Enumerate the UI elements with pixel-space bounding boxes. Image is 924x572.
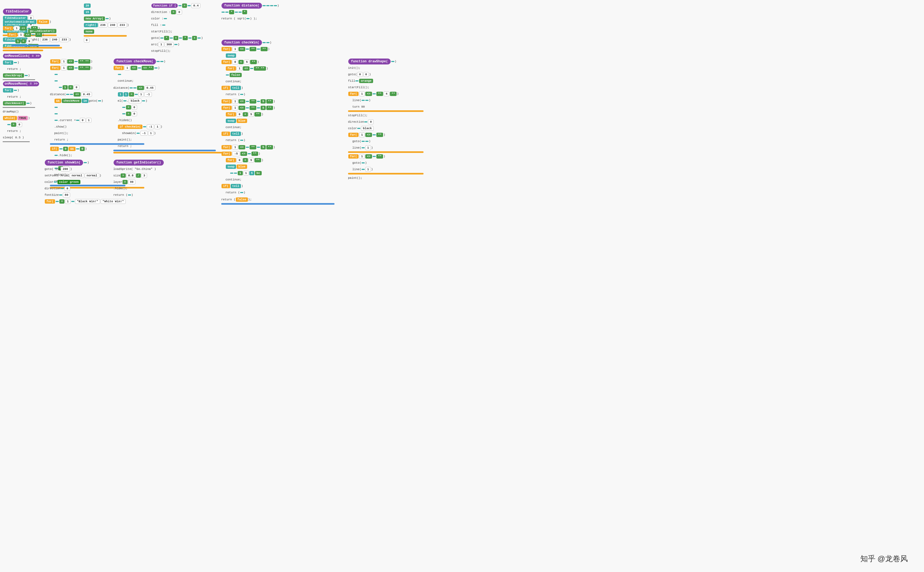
cw-swap3: swap <box>226 165 236 169</box>
for-op3: <= <box>24 33 31 37</box>
gotoparams <box>98 100 101 101</box>
cw-bc: bc <box>255 171 262 175</box>
ds-1b: 1 <box>359 132 365 137</box>
df-p3 <box>270 5 273 6</box>
tc-0: 0 <box>84 38 90 43</box>
sleep-kw: sleep( 0.5 ) <box>3 136 24 139</box>
cw-v10 <box>248 153 251 154</box>
color-val <box>164 18 167 19</box>
cw-op5: ** <box>250 99 256 104</box>
cw-swap2: swap <box>226 119 236 123</box>
cw-op8: ** <box>266 106 273 110</box>
sw-close-h: ) <box>87 161 89 164</box>
inner-eq2: = <box>11 123 16 127</box>
ret-el3-close: ) <box>244 191 246 194</box>
cw-le3: <= <box>243 66 250 71</box>
cw-for2: for( <box>221 60 232 64</box>
goto-150: goto( 150 <box>45 168 61 171</box>
cw-le4: <= <box>238 99 245 104</box>
return-el: return ( <box>226 93 240 96</box>
goto-p2 <box>170 37 173 39</box>
dir-teal2 <box>364 121 367 123</box>
cw-op12: ** <box>252 152 258 156</box>
tr-p1 <box>178 5 182 6</box>
line3-p1 <box>361 169 365 170</box>
el-kw: el( <box>118 99 123 103</box>
line-kw3: line( <box>352 168 361 171</box>
tr-p2 <box>188 5 191 6</box>
divider-1 <box>3 79 35 80</box>
el-eq2: = <box>126 112 131 116</box>
tc-val1: 20 <box>84 3 91 8</box>
fl-le2: <= <box>67 66 74 70</box>
goto-0: 0 <box>357 72 363 77</box>
cw-for3: for( <box>226 66 236 71</box>
hide-call <box>54 155 58 156</box>
cw-close5: ) <box>273 106 275 109</box>
cw-close7: ) <box>273 146 275 149</box>
cw-le9: < <box>243 158 248 162</box>
cw-5e: 5 <box>261 145 266 149</box>
sw-1: -1 <box>140 131 148 136</box>
continue-kw1: continue; <box>118 79 134 82</box>
color-teal2 <box>357 128 361 129</box>
cw-v5 <box>257 101 260 102</box>
cw-op3: ** <box>250 60 257 64</box>
sw-close: ) <box>154 132 156 135</box>
el-dot: . <box>127 99 129 103</box>
orange-bar-5 <box>84 35 127 37</box>
ch-close: ) <box>30 102 32 105</box>
goto-close: ) <box>101 99 103 103</box>
arc-1: 1 <box>159 42 164 47</box>
ds-v3 <box>373 156 376 157</box>
goto-op1: * <box>164 36 169 40</box>
goto-tv1 <box>361 141 365 142</box>
showwin-kw: showWin( <box>122 132 136 135</box>
sqrt-p <box>246 18 250 19</box>
dist2-kw: distance( <box>113 86 129 90</box>
return-el2: return ( <box>226 138 240 142</box>
cw-le1: <= <box>238 47 245 51</box>
goto-close2: ) <box>201 36 203 40</box>
cw-op6: ** <box>266 99 273 104</box>
fl-inner2 <box>54 80 58 81</box>
cw-false: false <box>230 73 242 77</box>
ds-close2: ) <box>383 133 385 137</box>
cw-v3 <box>250 68 254 69</box>
cm-close: ) <box>164 60 166 63</box>
if-close: ) <box>85 147 87 151</box>
inner-block2 <box>7 124 11 125</box>
cw-blue: blue <box>236 119 247 123</box>
fill-teal2 <box>355 80 359 81</box>
if-0: 0 <box>63 147 68 151</box>
goto-p3 <box>179 37 182 39</box>
fl-op1: ** ** <box>78 59 90 64</box>
return-false: return ( <box>221 198 235 201</box>
fl-for2: for( <box>50 66 61 70</box>
df-op1: * <box>229 10 234 14</box>
checkdrop: checkDrop( <box>3 73 24 78</box>
fl-i2: 1 <box>61 65 67 70</box>
sf-close: ) <box>100 174 101 177</box>
tr-04: 0.4 <box>191 3 201 8</box>
ds-op2: ** <box>390 92 397 96</box>
cw-close4: ) <box>273 100 275 103</box>
cw-ph2 <box>266 42 269 43</box>
cw-close-h: ) <box>270 41 272 44</box>
current-kw: .current = <box>58 119 76 122</box>
cw-op9: ** <box>254 112 261 117</box>
return-kw2: return ; <box>7 95 21 98</box>
dir-kw2: direction <box>348 120 364 123</box>
ds-for1: for( <box>348 92 359 96</box>
mc-close: ) <box>17 61 19 64</box>
dist-kw: distance( <box>50 93 66 96</box>
watermark-text: 知乎 @龙卷风 <box>860 555 908 563</box>
startfill-kw2: startFill(); <box>348 86 369 89</box>
sw-whitewin: "White Win!" <box>101 199 126 204</box>
true-val: TRUE <box>17 116 28 120</box>
stopfill-kw2: stopFill(); <box>348 114 368 117</box>
mm-close: ) <box>17 89 19 92</box>
for-i1: 1 <box>14 26 19 31</box>
cw-le7: <= <box>238 145 245 149</box>
sw-fv1 <box>71 201 75 202</box>
